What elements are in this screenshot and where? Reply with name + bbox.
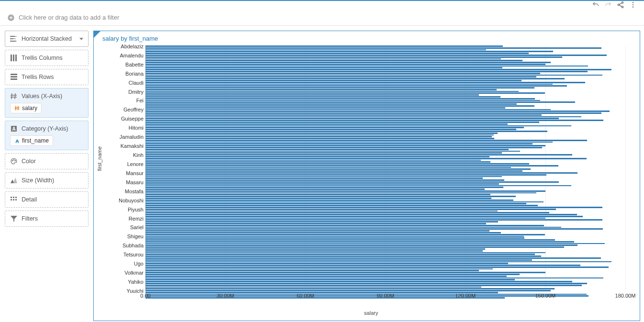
bar[interactable] bbox=[145, 214, 577, 215]
bar[interactable] bbox=[145, 196, 516, 197]
bar[interactable] bbox=[145, 49, 486, 51]
bar[interactable] bbox=[145, 114, 542, 116]
bar[interactable] bbox=[145, 158, 587, 159]
menu-icon[interactable] bbox=[629, 1, 637, 10]
bar[interactable] bbox=[145, 234, 545, 235]
redo-icon[interactable] bbox=[604, 1, 612, 10]
bar[interactable] bbox=[145, 176, 502, 178]
bar[interactable] bbox=[145, 254, 535, 255]
bar[interactable] bbox=[145, 225, 544, 226]
bar[interactable] bbox=[145, 98, 535, 100]
bar[interactable] bbox=[145, 69, 611, 70]
bar[interactable] bbox=[145, 92, 545, 94]
bar[interactable] bbox=[145, 85, 567, 87]
size-dropzone[interactable]: Size (Width) bbox=[5, 172, 89, 189]
bar[interactable] bbox=[145, 165, 558, 167]
bar[interactable] bbox=[145, 279, 515, 280]
bar[interactable] bbox=[145, 152, 502, 154]
bar[interactable] bbox=[145, 241, 574, 243]
bar[interactable] bbox=[145, 51, 553, 52]
bar[interactable] bbox=[145, 211, 498, 212]
bar[interactable] bbox=[145, 170, 522, 172]
bar[interactable] bbox=[145, 281, 572, 282]
bar[interactable] bbox=[145, 185, 571, 187]
bar[interactable] bbox=[145, 147, 542, 148]
bar[interactable] bbox=[145, 60, 522, 61]
bar[interactable] bbox=[145, 187, 503, 188]
bar[interactable] bbox=[145, 223, 486, 224]
bar[interactable] bbox=[145, 154, 572, 155]
bar[interactable] bbox=[145, 276, 507, 277]
bar[interactable] bbox=[145, 189, 485, 190]
bar[interactable] bbox=[145, 287, 481, 288]
bar[interactable] bbox=[145, 94, 479, 96]
bar[interactable] bbox=[145, 243, 605, 244]
bar[interactable] bbox=[145, 261, 611, 263]
bar[interactable] bbox=[145, 118, 559, 119]
bar[interactable] bbox=[145, 122, 539, 123]
bar[interactable] bbox=[145, 91, 519, 92]
trellis-rows-dropzone[interactable]: Trellis Rows bbox=[5, 69, 89, 85]
category-chip-firstname[interactable]: A first_name bbox=[10, 135, 53, 146]
bar[interactable] bbox=[145, 123, 508, 125]
filters-dropzone[interactable]: Filters bbox=[5, 211, 89, 227]
bar[interactable] bbox=[145, 111, 610, 112]
bar[interactable] bbox=[145, 207, 602, 208]
bar[interactable] bbox=[145, 219, 602, 221]
bar[interactable] bbox=[145, 131, 547, 132]
bar[interactable] bbox=[145, 248, 485, 250]
bar[interactable] bbox=[145, 179, 504, 181]
bar[interactable] bbox=[145, 156, 489, 157]
bar[interactable] bbox=[145, 149, 509, 150]
bar[interactable] bbox=[145, 112, 601, 114]
bar[interactable] bbox=[145, 143, 533, 144]
bar[interactable] bbox=[145, 290, 551, 291]
bar[interactable] bbox=[145, 103, 517, 105]
bar[interactable] bbox=[145, 127, 524, 128]
bar[interactable] bbox=[145, 232, 501, 233]
bar[interactable] bbox=[145, 227, 561, 228]
bar[interactable] bbox=[145, 228, 603, 230]
bar[interactable] bbox=[145, 84, 553, 85]
bar[interactable] bbox=[145, 160, 481, 161]
bar[interactable] bbox=[145, 89, 497, 90]
bar[interactable] bbox=[145, 183, 499, 185]
bar[interactable] bbox=[145, 80, 522, 81]
bar[interactable] bbox=[145, 230, 489, 232]
chart-canvas[interactable]: salary by first_name first_name Abdelazi… bbox=[93, 31, 640, 321]
bar[interactable] bbox=[145, 283, 587, 284]
bar[interactable] bbox=[145, 116, 581, 118]
bar[interactable] bbox=[145, 270, 479, 271]
bar[interactable] bbox=[145, 250, 483, 252]
bar[interactable] bbox=[145, 53, 529, 54]
bar[interactable] bbox=[145, 151, 520, 152]
bar[interactable] bbox=[145, 161, 490, 163]
bar[interactable] bbox=[145, 133, 498, 134]
bar[interactable] bbox=[145, 109, 551, 111]
bar[interactable] bbox=[145, 200, 513, 201]
bar[interactable] bbox=[145, 274, 520, 275]
bar[interactable] bbox=[145, 285, 582, 286]
bar[interactable] bbox=[145, 125, 571, 127]
color-dropzone[interactable]: Color bbox=[5, 153, 89, 169]
bar[interactable] bbox=[145, 209, 556, 210]
bar[interactable] bbox=[145, 87, 534, 89]
bar[interactable] bbox=[145, 221, 498, 222]
bar[interactable] bbox=[145, 259, 532, 261]
bar[interactable] bbox=[145, 62, 551, 63]
bar[interactable] bbox=[145, 64, 545, 65]
bar[interactable] bbox=[145, 181, 559, 183]
bar[interactable] bbox=[145, 45, 503, 47]
bar[interactable] bbox=[145, 67, 502, 68]
bar[interactable] bbox=[145, 73, 540, 74]
bar[interactable] bbox=[145, 192, 536, 194]
chart-type-dropdown[interactable]: Horizontal Stacked bbox=[5, 31, 89, 47]
bar[interactable] bbox=[145, 239, 555, 241]
bar[interactable] bbox=[145, 167, 511, 168]
bar[interactable] bbox=[145, 56, 562, 58]
bar[interactable] bbox=[145, 145, 545, 146]
bar[interactable] bbox=[145, 136, 492, 137]
bar[interactable] bbox=[145, 236, 524, 237]
bar[interactable] bbox=[145, 66, 588, 67]
bar[interactable] bbox=[145, 107, 505, 109]
